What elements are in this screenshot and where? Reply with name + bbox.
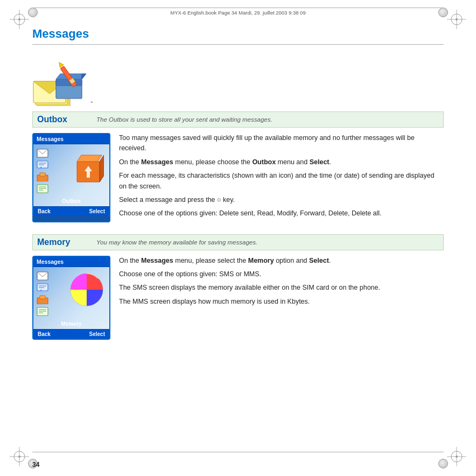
main-content: Messages - Outbox The Outbox is used to … — [32, 27, 444, 449]
page-number: 34 — [32, 461, 39, 468]
outbox-title: Outbox — [37, 115, 96, 124]
memory-nav-icon-envelope — [37, 271, 48, 281]
outbox-phone-bottom: Back Select — [33, 206, 109, 216]
memory-select-btn[interactable]: Select — [89, 331, 105, 337]
memory-body: Messages — [32, 256, 444, 340]
memory-text2: Choose one of the options given: SMS or … — [119, 269, 444, 279]
memory-section-header: Memory You may know the memory available… — [32, 234, 444, 250]
message-icon-area: - — [32, 52, 444, 106]
memory-nav-icon-list — [37, 307, 48, 316]
memory-phone-bottom: Back Select — [33, 329, 109, 339]
svg-point-7 — [456, 18, 458, 20]
outbox-text4: Select a message and press the ○ key. — [119, 195, 444, 205]
svg-marker-25 — [58, 61, 64, 67]
deco-circle-br — [438, 459, 448, 468]
outbox-select-btn[interactable]: Select — [89, 208, 105, 214]
outbox-subtitle: The Outbox is used to store all your sen… — [96, 116, 439, 123]
nav-icon-box — [37, 172, 48, 181]
memory-subtitle: You may know the memory available for sa… — [96, 239, 439, 246]
memory-phone-title: Messages — [33, 257, 109, 267]
page-title: Messages — [32, 27, 444, 45]
memory-text1: On the Messages menu, please select the … — [119, 256, 444, 266]
nav-icon-list — [37, 184, 48, 193]
top-bar-text: MYX-6 English.book Page 34 Mardi, 29. ju… — [170, 10, 305, 16]
nav-icon-message — [37, 160, 48, 170]
svg-rect-48 — [40, 296, 45, 299]
memory-pie-chart — [68, 271, 105, 308]
outbox-phone-screen: Outbox — [33, 144, 109, 206]
outbox-section-header: Outbox The Outbox is used to store all y… — [32, 111, 444, 128]
outbox-text5: Choose one of the options given: Delete … — [119, 208, 444, 219]
crosshair-top-right — [447, 10, 466, 29]
outbox-text2: On the Messages menu, please choose the … — [119, 157, 444, 167]
outbox-text3: For each message, its characteristics (s… — [119, 171, 444, 192]
memory-title: Memory — [37, 237, 96, 247]
memory-text3: The SMS screen displays the memory avail… — [119, 283, 444, 293]
memory-back-btn[interactable]: Back — [38, 331, 51, 337]
top-bar: MYX-6 English.book Page 34 Mardi, 29. ju… — [32, 8, 444, 16]
outbox-text1: Too many messages saved will quickly fil… — [119, 133, 444, 154]
outbox-phone-title: Messages — [33, 134, 109, 144]
memory-phone-label: Memory — [61, 321, 81, 327]
svg-marker-39 — [77, 155, 102, 162]
memory-phone-screen: Memory — [33, 267, 109, 329]
svg-marker-23 — [82, 74, 86, 79]
bottom-rule — [32, 452, 444, 452]
outbox-text: Too many messages saved will quickly fil… — [119, 133, 444, 222]
svg-point-3 — [18, 18, 20, 20]
svg-rect-33 — [40, 173, 45, 176]
memory-nav-icon-message — [37, 283, 48, 292]
outbox-body: Messages — [32, 133, 444, 222]
outbox-phone-mock: Messages — [32, 133, 110, 222]
svg-marker-40 — [100, 155, 104, 182]
nav-icon-envelope — [37, 149, 48, 158]
messages-decorative-icon — [32, 59, 86, 106]
dash-separator: - — [90, 97, 93, 106]
memory-phone-mock: Messages — [32, 256, 110, 340]
outbox-phone-label: Outbox — [62, 198, 81, 204]
crosshair-bottom-right — [447, 447, 466, 466]
outbox-3d-icon — [72, 150, 104, 185]
memory-text: On the Messages menu, please select the … — [119, 256, 444, 340]
crosshair-top-left — [10, 10, 29, 29]
svg-point-15 — [456, 456, 458, 458]
outbox-back-btn[interactable]: Back — [38, 208, 51, 214]
memory-text4: The MMS screen displays how much memory … — [119, 297, 444, 307]
memory-nav-icon-box — [37, 295, 48, 304]
svg-point-11 — [18, 456, 20, 458]
crosshair-bottom-left — [10, 447, 29, 466]
